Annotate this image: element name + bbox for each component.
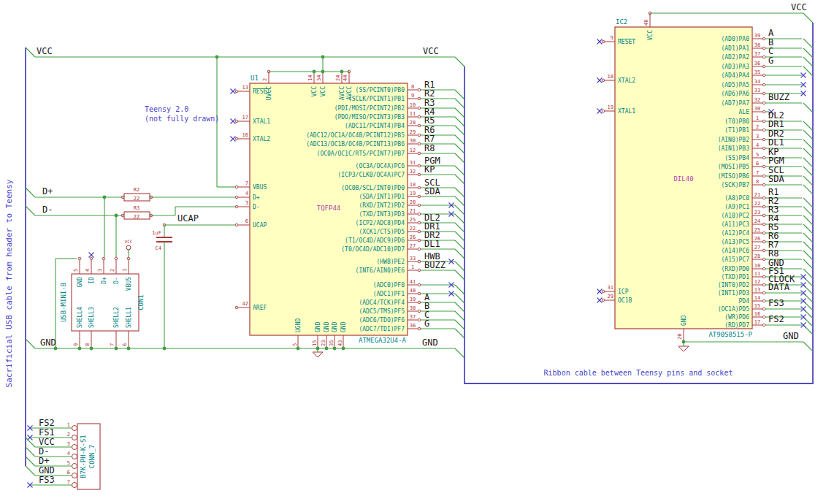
pin-end [762,223,765,226]
pin-end [78,257,81,260]
pin-end [418,134,421,137]
net-label-R8[interactable]: R8 [424,143,435,153]
net-label-SDA[interactable]: SDA [768,174,784,184]
u1-pin-name: (SDA/INT1)PD1 [359,194,405,200]
u1-value: ATMEGA32U4-A [359,337,407,344]
teensy-note-line2: (not fully drawn) [145,115,219,123]
net-label-FS2[interactable]: FS2 [768,314,784,324]
u1-pin-number: 33 [410,256,416,261]
teensy-note-line1: Teensy 2.0 [145,105,188,113]
bus-entry [26,447,35,457]
net-label-G[interactable]: G [768,56,773,66]
net-label-SDA[interactable]: SDA [424,186,440,196]
ic2-value: AT90S8515-P [708,331,752,338]
pin-end [762,196,765,199]
u1-pin-name: (ADC11/PCINT4)PB4 [345,123,405,129]
con1-pin-number: 1 [122,269,128,272]
net-label-gnd[interactable]: GND [422,337,438,348]
ic2-pin-number: 30 [754,106,760,112]
pin-end [418,283,421,286]
pin-end [418,152,421,155]
pin-end [418,213,421,215]
net-label-vcc[interactable]: VCC [37,46,53,56]
net-label-R7[interactable]: R7 [424,134,435,144]
net-label-FS3[interactable]: FS3 [768,298,784,308]
net-label-vcc[interactable]: VCC [791,2,807,12]
net-label-C[interactable]: C [768,46,773,56]
net-label-VCC[interactable]: VCC [39,437,55,447]
u1-pin-number: 6 [245,218,248,224]
net-label-KP[interactable]: KP [424,164,435,175]
ic2-pin-name: (A8)PC0 [724,195,749,202]
bus-entry [803,167,813,176]
u1-pin-number: 36 [410,323,416,329]
net-label-gnd[interactable]: GND [783,331,799,341]
conn7-pin-circle [72,445,77,450]
bus-entry [455,270,464,280]
net-label-DL1[interactable]: DL1 [768,137,784,148]
net-label-BUZZ[interactable]: BUZZ [768,92,789,102]
pin-end [90,257,93,260]
gnd-symbol [313,352,318,357]
con1-pin-number: 9 [73,343,79,346]
pin-end [762,102,765,104]
pin-end [762,74,765,77]
net-label-DATA[interactable]: DATA [768,282,790,292]
ic2-pin-name: (A15)PC7 [721,256,749,263]
bus-entry [455,126,464,135]
junction-dot [313,70,316,74]
ic2-pin-number: 5 [756,152,759,158]
net-label-R5[interactable]: R5 [424,115,435,126]
junction-dot [325,347,329,351]
pin-end [762,138,765,141]
u1-pin-name: VBUS [253,184,267,191]
net-label-FS3[interactable]: FS3 [39,475,55,485]
net-label-BUZZ[interactable]: BUZZ [424,260,445,270]
ic2-pin-name: (MISO)PB6 [718,173,750,180]
bus-entry [455,153,464,163]
net-label-DR1[interactable]: DR1 [768,119,784,129]
con1-reference[interactable]: CON1 [137,294,145,310]
u1-pin-name: (PDO/MISO/PCINT3)PB3 [334,114,405,121]
ic2-pin-name: (AD6)PA6 [721,91,749,97]
net-label-FS1[interactable]: FS1 [39,427,55,438]
u1-reference[interactable]: U1 [251,75,259,82]
net-label-FS2[interactable]: FS2 [39,418,55,428]
pin-end [418,310,421,313]
net-label-R2[interactable]: R2 [424,88,435,99]
ic2-pin-number: 15 [754,303,760,309]
pin-end [762,291,765,294]
r3-value: 22 [134,214,139,220]
net-label-vcc[interactable]: VCC [423,46,439,56]
bus-entry [26,47,35,57]
ic2-pin-number: 39 [754,33,760,39]
bus-entry [803,233,813,243]
ic2-pin-number: 14 [754,295,760,301]
bus-entry [803,103,813,112]
net-label-R8[interactable]: R8 [768,248,779,259]
u1-pin-name: UGND [295,318,302,332]
net-label-dplus[interactable]: D+ [42,186,53,196]
ic2-pin-name: (RXD)PD0 [721,266,749,272]
junction-dot [90,347,93,351]
net-label-PGM[interactable]: PGM [768,156,784,166]
net-label-G[interactable]: G [424,318,429,329]
conn7-pin-number: 6 [67,470,70,476]
ic2-pin-name: (AD2)PA2 [721,54,749,61]
net-label-dminus[interactable]: D- [42,205,53,215]
net-label-D-[interactable]: D- [39,446,49,457]
ic2-reference[interactable]: IC2 [616,18,627,26]
conn7-reference[interactable]: CONN_7 [88,445,96,469]
pin-end [762,258,765,261]
net-label-D+[interactable]: D+ [39,456,49,466]
conn7-pin-circle [72,426,77,431]
net-label-A[interactable]: A [768,28,774,38]
net-label-ucap[interactable]: UCAP [177,213,199,224]
gnd-symbol [318,352,323,357]
net-label-gnd[interactable]: GND [40,337,56,348]
ic2-pin-number: 32 [754,97,760,103]
pin-end [127,257,130,260]
u1-pin-number: 3 [245,200,248,206]
net-label-GND[interactable]: GND [39,465,55,476]
net-label-DL1[interactable]: DL1 [424,239,440,249]
